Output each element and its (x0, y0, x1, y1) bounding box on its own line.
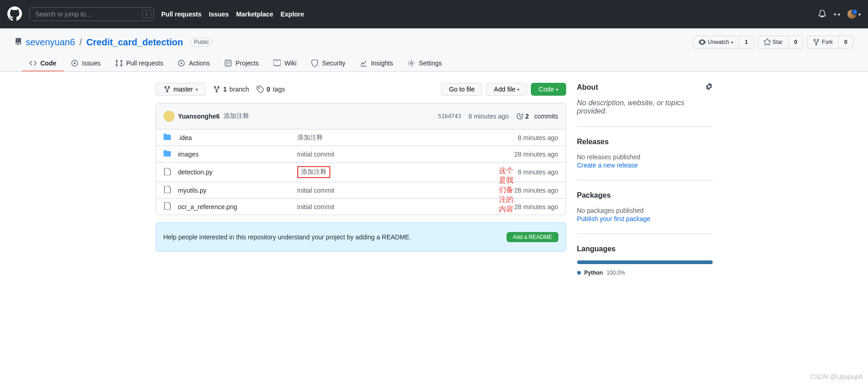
nav-issues[interactable]: Issues (209, 11, 229, 18)
unwatch-button[interactable]: Unwatch▾ (693, 36, 739, 49)
releases-heading: Releases (577, 138, 609, 146)
notifications-icon[interactable] (819, 10, 826, 19)
owner-link[interactable]: sevenyuan6 (26, 37, 75, 47)
tab-pull-requests[interactable]: Pull requests (108, 56, 170, 71)
file-name-link[interactable]: .idea (178, 134, 192, 141)
about-description: No description, website, or topics provi… (577, 99, 713, 115)
tab-projects[interactable]: Projects (217, 56, 266, 71)
svg-point-1 (74, 62, 76, 64)
about-settings-icon[interactable] (705, 83, 713, 92)
commit-author[interactable]: Yuansonghe6 (178, 113, 220, 120)
language-dot (577, 271, 581, 275)
code-button[interactable]: Code▾ (531, 83, 566, 96)
svg-point-4 (410, 62, 412, 64)
nav-explore[interactable]: Explore (280, 11, 304, 18)
create-release-link[interactable]: Create a new release (577, 162, 638, 169)
commit-time: 8 minutes ago (469, 113, 509, 120)
tab-security[interactable]: Security (304, 56, 353, 71)
global-nav: Pull requests Issues Marketplace Explore (161, 11, 304, 18)
visibility-badge: Public (191, 38, 213, 47)
file-row: images Initial commit 28 minutes ago (156, 146, 566, 162)
repo-link[interactable]: Credit_card_detection (87, 37, 183, 47)
file-name-link[interactable]: ocr_a_reference.png (178, 203, 237, 211)
readme-text: Help people interested in this repositor… (164, 233, 411, 241)
file-row: .idea 添加注释 8 minutes ago (156, 130, 566, 146)
star-count[interactable]: 0 (789, 36, 803, 49)
tab-wiki[interactable]: Wiki (266, 56, 304, 71)
packages-heading: Packages (577, 191, 611, 200)
nav-pull-requests[interactable]: Pull requests (161, 11, 202, 18)
github-logo[interactable] (7, 6, 22, 22)
fork-count[interactable]: 0 (839, 36, 853, 49)
path-separator: / (79, 37, 82, 47)
watch-count[interactable]: 1 (739, 36, 754, 49)
language-item[interactable]: Python100.0% (577, 270, 713, 276)
readme-prompt: Help people interested in this repositor… (156, 222, 566, 252)
nav-marketplace[interactable]: Marketplace (236, 11, 273, 18)
folder-icon (164, 150, 171, 158)
file-time: 28 minutes ago (514, 203, 558, 211)
fork-group: Fork 0 (807, 36, 853, 49)
search-input[interactable] (29, 7, 154, 21)
file-time: 28 minutes ago (514, 187, 558, 194)
repo-tabs: Code Issues Pull requests Actions Projec… (15, 56, 853, 71)
branch-select[interactable]: master▾ (156, 83, 206, 96)
tab-insights[interactable]: Insights (353, 56, 400, 71)
commit-message[interactable]: 添加注释 (224, 112, 249, 120)
commits-link[interactable]: 2 commits (516, 113, 558, 120)
branches-link[interactable]: 1 branch (213, 86, 249, 93)
file-time: 8 minutes ago (518, 134, 558, 141)
file-time: 28 minutes ago (514, 151, 558, 158)
sidebar: About No description, website, or topics… (577, 83, 713, 298)
fork-button[interactable]: Fork (807, 36, 839, 49)
svg-rect-3 (225, 60, 231, 66)
commit-sha[interactable]: 51bd743 (438, 113, 461, 119)
tab-settings[interactable]: Settings (400, 56, 449, 71)
file-commit-link[interactable]: 添加注释 (297, 134, 323, 141)
tab-issues[interactable]: Issues (64, 56, 108, 71)
languages-heading: Languages (577, 245, 616, 253)
folder-icon (164, 133, 171, 142)
add-readme-button[interactable]: Add a README (507, 232, 558, 242)
add-file-button[interactable]: Add file▾ (486, 83, 527, 96)
publish-package-link[interactable]: Publish your first package (577, 215, 650, 222)
file-row: detection.py 添加注释这个是我们备注的内容 8 minutes ag… (156, 162, 566, 182)
file-commit-link[interactable]: Initial commit (297, 151, 335, 158)
releases-none: No releases published (577, 153, 713, 161)
file-name-link[interactable]: images (178, 151, 199, 158)
search-wrap: / (29, 7, 154, 21)
watch-group: Unwatch▾ 1 (693, 36, 753, 49)
file-listing: Yuansonghe6 添加注释 51bd743 8 minutes ago 2… (156, 103, 566, 215)
goto-file-button[interactable]: Go to file (441, 83, 482, 96)
create-menu[interactable]: +▾ (833, 11, 840, 18)
file-icon (164, 202, 171, 211)
avatar (847, 10, 857, 19)
file-icon (164, 168, 171, 177)
latest-commit: Yuansonghe6 添加注释 51bd743 8 minutes ago 2… (156, 103, 566, 130)
tags-link[interactable]: 0 tags (257, 86, 285, 93)
star-button[interactable]: Star (758, 36, 789, 49)
file-nav: master▾ 1 branch 0 tags Go to file Add f… (156, 83, 566, 96)
file-name-link[interactable]: detection.py (178, 168, 213, 176)
file-name-link[interactable]: myutils.py (178, 187, 207, 194)
global-header: / Pull requests Issues Marketplace Explo… (0, 0, 868, 28)
about-heading: About (577, 83, 598, 92)
star-group: Star 0 (758, 36, 803, 49)
file-time: 8 minutes ago (518, 168, 558, 176)
repo-path: sevenyuan6 / Credit_card_detection (26, 37, 183, 48)
tab-actions[interactable]: Actions (170, 56, 217, 71)
file-row: ocr_a_reference.png Initial commit 28 mi… (156, 199, 566, 215)
file-icon (164, 186, 171, 195)
repo-header: sevenyuan6 / Credit_card_detection Publi… (0, 28, 868, 72)
file-commit-link[interactable]: Initial commit (297, 187, 335, 194)
commit-avatar (164, 111, 175, 122)
file-commit-link[interactable]: Initial commit (297, 203, 335, 211)
tab-code[interactable]: Code (22, 56, 64, 71)
repo-icon (15, 38, 22, 47)
packages-none: No packages published (577, 207, 713, 214)
language-bar (577, 260, 713, 264)
slash-hint: / (142, 10, 151, 18)
file-row: myutils.py Initial commit 28 minutes ago (156, 182, 566, 199)
user-menu[interactable]: ▾ (847, 10, 861, 19)
file-commit-link[interactable]: 添加注释这个是我们备注的内容 (297, 168, 330, 175)
